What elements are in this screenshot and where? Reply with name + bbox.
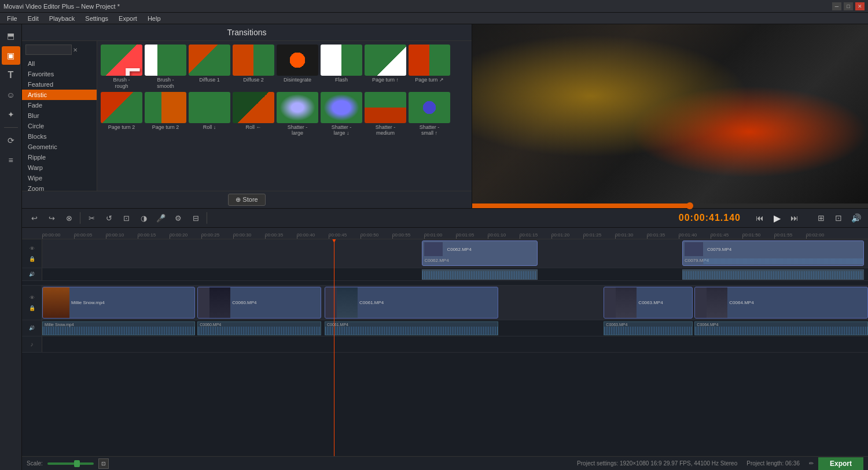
- clip-millie-snow[interactable]: Millie Snow.mp4: [42, 287, 195, 319]
- track-music-button[interactable]: ♪: [28, 341, 36, 349]
- minimize-button[interactable]: ─: [832, 2, 841, 10]
- panel-body: ✕ All Favorites Featured Artistic Fade B…: [22, 41, 472, 191]
- rotate-button[interactable]: ↺: [101, 210, 116, 225]
- clip-c0064[interactable]: C0064.MP4: [694, 287, 868, 319]
- audio-button[interactable]: 🎤: [153, 210, 168, 225]
- store-button[interactable]: ⊕ Store: [228, 194, 265, 206]
- clip-c0063[interactable]: C0063.MP4: [604, 287, 693, 319]
- transition-item[interactable]: Fot Brush -rough: [101, 45, 142, 90]
- rewind-button[interactable]: ⏮: [752, 210, 767, 225]
- close-button[interactable]: ✕: [855, 2, 865, 10]
- delete-button[interactable]: ⊗: [61, 210, 76, 225]
- motion-button[interactable]: ⟳: [2, 131, 20, 150]
- transition-item[interactable]: Roll ↓: [189, 92, 230, 137]
- pencil-icon[interactable]: ✏: [809, 460, 814, 467]
- upper-audio-track-content[interactable]: [42, 268, 868, 280]
- preview-progress-bar[interactable]: [472, 203, 868, 208]
- category-zoom[interactable]: Zoom: [22, 183, 97, 191]
- ruler-mark: 00:01:10: [488, 232, 520, 239]
- transitions-button[interactable]: ▣: [2, 46, 20, 65]
- search-input[interactable]: [25, 45, 72, 55]
- ruler-mark: 00:01:35: [647, 232, 679, 239]
- category-favorites[interactable]: Favorites: [22, 69, 97, 79]
- main-video-track-content[interactable]: Millie Snow.mp4 C0060.MP4: [42, 286, 868, 320]
- stickers-button[interactable]: ☺: [2, 86, 20, 104]
- maximize-button[interactable]: □: [844, 2, 853, 10]
- category-geometric[interactable]: Geometric: [22, 142, 97, 152]
- clip-c0061[interactable]: C0061.MP4: [325, 287, 498, 319]
- track-lock-button[interactable]: 🔒: [28, 255, 36, 263]
- ruler-mark: 00:00:20: [170, 232, 201, 239]
- text-button[interactable]: T: [2, 66, 20, 84]
- menu-playback[interactable]: Playback: [45, 14, 80, 23]
- category-ripple[interactable]: Ripple: [22, 152, 97, 162]
- transition-item[interactable]: Page turn 2: [101, 92, 142, 137]
- track-eye-button-main[interactable]: 👁: [28, 294, 36, 302]
- track-row-main-video: 👁 🔒 Millie Snow.mp4: [22, 286, 868, 320]
- transition-item[interactable]: Page turn ↗: [409, 45, 450, 90]
- category-all[interactable]: All: [22, 58, 97, 69]
- fullscreen-button[interactable]: ⊞: [814, 210, 829, 225]
- forward-button[interactable]: ⏭: [787, 210, 802, 225]
- transition-item[interactable]: Shatter -small ↑: [409, 92, 450, 137]
- menu-file[interactable]: File: [2, 14, 22, 23]
- track-lock-button-main[interactable]: 🔒: [28, 304, 36, 312]
- sidebar: ⬒ ▣ T ☺ ✦ ⟳ ≡: [0, 24, 22, 470]
- redo-button[interactable]: ↪: [44, 210, 59, 225]
- music-track-content[interactable]: [42, 336, 868, 352]
- play-button[interactable]: ▶: [770, 210, 785, 225]
- menu-edit[interactable]: Edit: [23, 14, 43, 23]
- color-button[interactable]: ◑: [136, 210, 151, 225]
- fx-tool-button[interactable]: ⚙: [171, 210, 186, 225]
- category-circle[interactable]: Circle: [22, 121, 97, 131]
- transition-item[interactable]: Disintegrate: [277, 45, 318, 90]
- transition-thumb: [365, 45, 406, 76]
- menu-button[interactable]: ≡: [2, 151, 20, 169]
- crop-button[interactable]: ⊡: [119, 210, 134, 225]
- transition-item[interactable]: Brush -smooth: [145, 45, 186, 90]
- upper-video-track-content[interactable]: C0062.MP4 C0062.MP4 C0079.MP4 C0079.MP4: [42, 239, 868, 268]
- category-featured[interactable]: Featured: [22, 79, 97, 90]
- transition-item[interactable]: Shatter -large ↓: [321, 92, 362, 137]
- transition-item[interactable]: Page turn 2: [145, 92, 186, 137]
- transition-item[interactable]: Page turn ↑: [365, 45, 406, 90]
- category-artistic[interactable]: Artistic: [22, 90, 97, 100]
- clip-c0079[interactable]: C0079.MP4 C0079.MP4: [682, 240, 864, 266]
- fit-button[interactable]: ⊡: [831, 210, 846, 225]
- transition-thumb: [145, 92, 186, 123]
- category-blur[interactable]: Blur: [22, 110, 97, 121]
- playhead[interactable]: [334, 239, 334, 456]
- transition-item[interactable]: Diffuse 2: [233, 45, 274, 90]
- main-audio-track-content[interactable]: Millie Snow.mp4 C0060.MP4 C0061.MP4: [42, 320, 868, 336]
- zoom-fit-button[interactable]: ⊡: [98, 458, 109, 469]
- search-close-icon[interactable]: ✕: [73, 47, 78, 53]
- transition-item[interactable]: Diffuse 1: [189, 45, 230, 90]
- clip-c0060[interactable]: C0060.MP4: [197, 287, 321, 319]
- menu-settings[interactable]: Settings: [80, 14, 113, 23]
- menu-export[interactable]: Export: [114, 14, 142, 23]
- transition-item[interactable]: Shatter -medium: [365, 92, 406, 137]
- category-fade[interactable]: Fade: [22, 100, 97, 110]
- undo-button[interactable]: ↩: [27, 210, 42, 225]
- more-button[interactable]: ⊟: [188, 210, 203, 225]
- track-row-upper-audio: 🔊: [22, 268, 868, 281]
- category-blocks[interactable]: Blocks: [22, 131, 97, 142]
- transition-item[interactable]: Flash: [321, 45, 362, 90]
- volume-button[interactable]: 🔊: [848, 210, 863, 225]
- track-mute-button[interactable]: 🔊: [28, 271, 36, 279]
- fx-button[interactable]: ✦: [2, 105, 20, 124]
- transition-item[interactable]: Shatter -large: [277, 92, 318, 137]
- cut-button[interactable]: ✂: [84, 210, 99, 225]
- transition-label: Roll ←: [245, 124, 261, 131]
- track-mute-main-button[interactable]: 🔊: [28, 324, 36, 332]
- export-button[interactable]: Export: [818, 457, 863, 470]
- menu-help[interactable]: Help: [143, 14, 165, 23]
- transition-thumb: [145, 45, 186, 76]
- category-wipe[interactable]: Wipe: [22, 173, 97, 183]
- clip-c0062[interactable]: C0062.MP4 C0062.MP4: [422, 240, 538, 266]
- track-eye-button[interactable]: 👁: [28, 245, 36, 253]
- scale-slider[interactable]: [47, 462, 94, 465]
- import-button[interactable]: ⬒: [2, 27, 20, 45]
- category-warp[interactable]: Warp: [22, 162, 97, 173]
- transition-item[interactable]: Roll ←: [233, 92, 274, 137]
